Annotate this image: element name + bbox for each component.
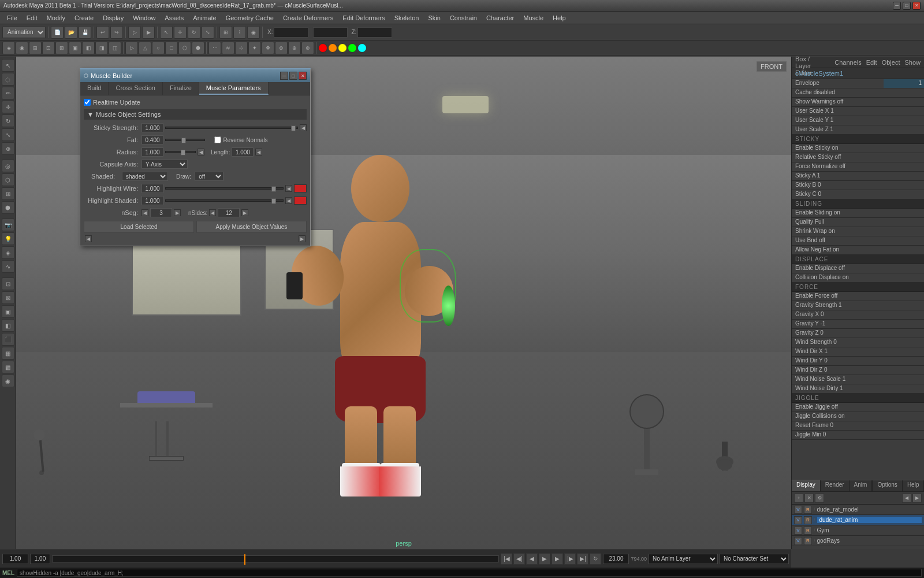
current-frame-left[interactable] xyxy=(30,554,50,564)
hs-arrow[interactable]: ◀ xyxy=(285,197,292,204)
cb-row-9[interactable]: Force Normalize off xyxy=(792,162,924,172)
deform-btn[interactable]: ⊞ xyxy=(2,187,14,200)
layer-options-btn[interactable]: ⚙ xyxy=(815,494,824,503)
camera-btn[interactable]: 📷 xyxy=(2,218,14,231)
rotate-icon-btn[interactable]: ↻ xyxy=(2,114,14,127)
cb-row-11[interactable]: Sticky B 0 xyxy=(792,181,924,190)
menu-edit-deformers[interactable]: Edit Deformers xyxy=(338,13,389,23)
menu-create-deformers[interactable]: Create Deformers xyxy=(278,13,338,23)
layer-row-0[interactable]: VR/dude_rat_model xyxy=(792,505,924,515)
cb-row-18[interactable]: Allow Neg Fat on xyxy=(792,246,924,255)
highlight-wire-input[interactable] xyxy=(141,184,163,193)
menu-constrain[interactable]: Constrain xyxy=(445,13,482,23)
nsides-input[interactable] xyxy=(218,208,240,217)
go-start-btn[interactable]: |◀ xyxy=(501,553,512,565)
menu-skeleton[interactable]: Skeleton xyxy=(390,13,424,23)
highlight-shaded-input[interactable] xyxy=(141,196,163,205)
length-input[interactable] xyxy=(232,147,254,157)
menu-geometry-cache[interactable]: Geometry Cache xyxy=(221,13,278,23)
scale-icon-btn[interactable]: ⤡ xyxy=(2,128,14,141)
length-arrow[interactable]: ◀ xyxy=(255,149,262,155)
cb-row-27[interactable]: Gravity Z 0 xyxy=(792,329,924,338)
cb-row-24[interactable]: Gravity Strength 1 xyxy=(792,301,924,310)
cb-row-15[interactable]: Quality Full xyxy=(792,218,924,227)
color-5[interactable] xyxy=(357,43,367,53)
layer-v-2[interactable]: V xyxy=(794,527,802,535)
paint-icon-btn[interactable]: ✏ xyxy=(2,87,14,99)
cb-row-12[interactable]: Sticky C 0 xyxy=(792,190,924,199)
snap-grid-btn[interactable]: ⊞ xyxy=(219,26,232,39)
color-3[interactable] xyxy=(338,43,347,53)
delete-layer-btn[interactable]: ✕ xyxy=(804,494,814,503)
mb-maximize-btn[interactable]: □ xyxy=(289,72,297,80)
tool-4[interactable]: ⊡ xyxy=(42,42,55,54)
mb-scroll-left[interactable]: ◀ xyxy=(85,235,92,242)
layer-r-0[interactable]: R xyxy=(804,506,812,514)
tool-18[interactable]: ⊹ xyxy=(235,42,248,54)
tool-7[interactable]: ◧ xyxy=(82,42,95,54)
cb-row-25[interactable]: Gravity X 0 xyxy=(792,310,924,320)
cb-row-26[interactable]: Gravity Y -1 xyxy=(792,320,924,329)
tool-3[interactable]: ⊞ xyxy=(29,42,42,54)
light-btn[interactable]: 💡 xyxy=(2,232,14,245)
layer-tab-anim[interactable]: Anim xyxy=(850,480,873,491)
current-frame-display[interactable] xyxy=(603,554,629,564)
tool-23[interactable]: ⊗ xyxy=(301,42,314,54)
icon-4[interactable]: ◧ xyxy=(2,319,14,332)
layer-row-3[interactable]: VR/godRays xyxy=(792,536,924,546)
color-2[interactable] xyxy=(328,43,337,53)
cb-row-8[interactable]: Relative Sticky off xyxy=(792,153,924,162)
menu-edit[interactable]: Edit xyxy=(22,13,42,23)
render-btn[interactable]: ▷ xyxy=(128,26,141,39)
move-icon-btn[interactable]: ✛ xyxy=(2,101,14,113)
x-input[interactable] xyxy=(274,27,308,38)
z-input[interactable] xyxy=(357,27,392,38)
tool-9[interactable]: ◫ xyxy=(109,42,121,54)
tool-5[interactable]: ⊠ xyxy=(55,42,68,54)
highlight-shaded-color[interactable] xyxy=(294,197,307,205)
cb-object-name[interactable]: cMuscleSystem1 xyxy=(792,68,924,79)
sticky-strength-arrow[interactable]: ◀ xyxy=(300,124,307,131)
cb-row-21[interactable]: Collision Displace on xyxy=(792,273,924,283)
highlight-wire-color[interactable] xyxy=(294,184,307,192)
rivet-btn[interactable]: ⬢ xyxy=(2,201,14,214)
cb-row-37[interactable]: Reset Frame 0 xyxy=(792,421,924,431)
highlight-shaded-slider[interactable] xyxy=(165,199,284,202)
close-button[interactable]: ✕ xyxy=(912,2,921,10)
curve-btn[interactable]: ∿ xyxy=(2,260,14,273)
cb-row-7[interactable]: Enable Sticky on xyxy=(792,144,924,153)
snap-point-btn[interactable]: ◉ xyxy=(247,26,260,39)
minimize-button[interactable]: ─ xyxy=(893,2,901,10)
icon-5[interactable]: ⬛ xyxy=(2,333,14,346)
tool-19[interactable]: ✦ xyxy=(248,42,261,54)
layer-r-3[interactable]: R xyxy=(804,537,812,545)
cb-row-30[interactable]: Wind Dir Y 0 xyxy=(792,357,924,366)
sculpt-btn[interactable]: ⬡ xyxy=(2,173,14,186)
nseg-arrow-left[interactable]: ◀ xyxy=(141,209,148,216)
object-menu[interactable]: Object xyxy=(882,59,900,66)
tool-17[interactable]: ≋ xyxy=(222,42,234,54)
show-menu[interactable]: Show xyxy=(904,59,921,66)
fat-thumb[interactable] xyxy=(181,138,186,143)
anim-layer-select[interactable]: No Anim Layer xyxy=(649,554,718,564)
edit-menu[interactable]: Edit xyxy=(866,59,877,66)
cb-row-10[interactable]: Sticky A 1 xyxy=(792,172,924,181)
menu-modify[interactable]: Modify xyxy=(42,13,70,23)
save-btn[interactable]: 💾 xyxy=(79,26,91,39)
radius-thumb[interactable] xyxy=(181,150,185,155)
cb-row-29[interactable]: Wind Dir X 1 xyxy=(792,347,924,357)
cb-row-14[interactable]: Enable Sliding on xyxy=(792,209,924,218)
layer-tab-display[interactable]: Display xyxy=(792,480,821,491)
layer-r-2[interactable]: R xyxy=(804,527,812,535)
menu-file[interactable]: File xyxy=(2,13,22,23)
mb-minimize-btn[interactable]: ─ xyxy=(280,72,288,80)
mb-tab-build[interactable]: Build xyxy=(80,82,109,95)
scale-tool-btn[interactable]: ⤡ xyxy=(202,26,214,39)
cb-row-33[interactable]: Wind Noise Dirty 1 xyxy=(792,384,924,394)
hw-thumb[interactable] xyxy=(271,186,276,192)
new-layer-btn[interactable]: + xyxy=(794,494,803,503)
hw-arrow[interactable]: ◀ xyxy=(285,185,292,192)
icon-6[interactable]: ▦ xyxy=(2,347,14,360)
nseg-input[interactable] xyxy=(150,208,172,217)
menu-create[interactable]: Create xyxy=(70,13,98,23)
